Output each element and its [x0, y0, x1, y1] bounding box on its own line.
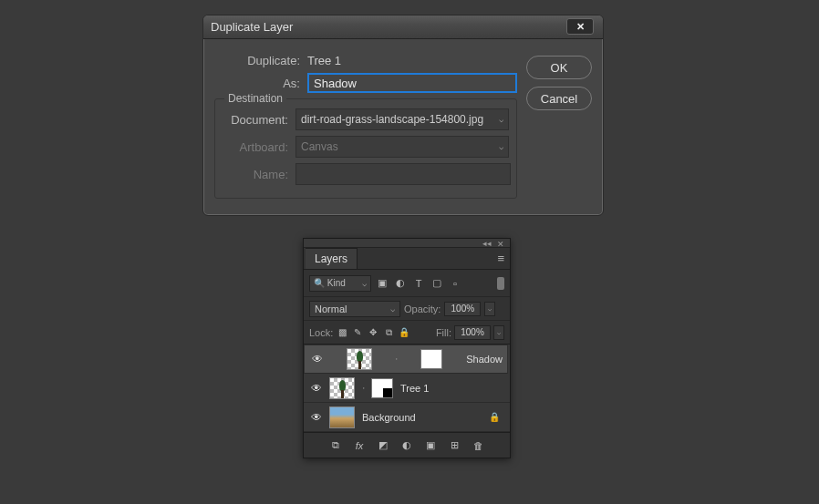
- mask-link-icon[interactable]: ⬞: [393, 355, 400, 364]
- layer-row[interactable]: 👁Background🔒: [304, 403, 510, 432]
- mask-link-icon[interactable]: ⬞: [359, 384, 367, 393]
- layer-thumbnail[interactable]: [329, 377, 355, 399]
- layer-thumbnail[interactable]: [347, 348, 372, 370]
- chevron-down-icon: ⌵: [499, 115, 503, 124]
- document-label: Document:: [221, 113, 288, 127]
- lock-transparency-icon[interactable]: ▩: [336, 326, 348, 339]
- ok-button[interactable]: OK: [526, 56, 592, 79]
- layer-name[interactable]: Background: [362, 412, 416, 423]
- filter-toggle[interactable]: [497, 277, 504, 290]
- chevron-down-icon: ⌵: [362, 279, 367, 288]
- document-select[interactable]: dirt-road-grass-landscape-154800.jpg ⌵: [295, 108, 509, 130]
- group-icon[interactable]: ▣: [423, 438, 438, 453]
- layer-thumbnail[interactable]: [329, 406, 355, 428]
- fill-label: Fill:: [436, 327, 451, 338]
- lock-image-icon[interactable]: ✎: [351, 326, 364, 339]
- fill-value[interactable]: 100%: [454, 325, 491, 340]
- mask-icon[interactable]: ◩: [376, 438, 390, 453]
- layer-row[interactable]: 👁⬞Shadow: [304, 345, 508, 374]
- chevron-down-icon: ⌵: [499, 142, 503, 151]
- link-layers-icon[interactable]: ⧉: [328, 438, 343, 453]
- new-layer-icon[interactable]: ⊞: [447, 438, 461, 453]
- filter-shape-icon[interactable]: ▢: [430, 276, 444, 291]
- filter-pixel-icon[interactable]: ▣: [375, 276, 389, 291]
- filter-adjustment-icon[interactable]: ◐: [393, 276, 408, 291]
- layers-list: 👁⬞Shadow👁⬞Tree 1👁Background🔒: [304, 345, 510, 432]
- chevron-down-icon: ⌵: [390, 304, 395, 314]
- filter-type-icon[interactable]: T: [411, 276, 426, 291]
- duplicate-layer-dialog: Duplicate Layer ✕ Duplicate: Tree 1 As: …: [202, 15, 604, 216]
- dialog-title: Duplicate Layer: [211, 20, 293, 34]
- visibility-icon[interactable]: 👁: [308, 411, 325, 424]
- filter-smart-icon[interactable]: ▫: [448, 276, 462, 291]
- opacity-dropdown[interactable]: ⌵: [484, 302, 495, 316]
- lock-artboard-icon[interactable]: ⧉: [382, 326, 395, 339]
- fx-icon[interactable]: fx: [352, 438, 367, 453]
- as-input[interactable]: [307, 73, 517, 93]
- close-button[interactable]: ✕: [566, 18, 594, 35]
- panel-menu-icon[interactable]: ≡: [497, 252, 504, 265]
- layers-panel: ◂◂ ✕ Layers ≡ 🔍 Kind ⌵ ▣ ◐ T ▢ ▫ Normal …: [303, 238, 511, 458]
- duplicate-label: Duplicate:: [214, 54, 300, 67]
- duplicate-value: Tree 1: [307, 54, 341, 67]
- destination-title: Destination: [224, 92, 286, 105]
- lock-label: Lock:: [309, 327, 333, 338]
- artboard-label: Artboard:: [221, 140, 288, 154]
- layer-name[interactable]: Tree 1: [400, 383, 429, 394]
- layers-tab[interactable]: Layers: [306, 248, 358, 269]
- filter-kind-select[interactable]: 🔍 Kind ⌵: [309, 275, 371, 292]
- name-label: Name:: [221, 168, 288, 181]
- layer-mask-thumbnail[interactable]: [371, 378, 393, 398]
- layer-mask-thumbnail[interactable]: [420, 349, 442, 369]
- panel-collapse-icon[interactable]: ◂◂: [482, 239, 492, 248]
- lock-all-icon[interactable]: 🔒: [398, 326, 410, 339]
- layer-name[interactable]: Shadow: [466, 354, 503, 365]
- visibility-icon[interactable]: 👁: [308, 382, 325, 395]
- as-label: As:: [214, 77, 300, 90]
- delete-icon[interactable]: 🗑: [471, 438, 485, 453]
- panel-grip[interactable]: ◂◂ ✕: [304, 239, 510, 248]
- lock-icon: 🔒: [489, 412, 505, 422]
- artboard-select: Canvas ⌵: [295, 136, 509, 158]
- destination-fieldset: Destination Document: dirt-road-grass-la…: [214, 98, 517, 199]
- visibility-icon[interactable]: 👁: [309, 353, 326, 365]
- blend-mode-select[interactable]: Normal ⌵: [309, 301, 400, 317]
- dialog-titlebar: Duplicate Layer ✕: [203, 15, 603, 39]
- adjustment-icon[interactable]: ◐: [399, 438, 414, 453]
- opacity-value[interactable]: 100%: [444, 302, 481, 316]
- cancel-button[interactable]: Cancel: [526, 87, 592, 110]
- fill-dropdown[interactable]: ⌵: [493, 325, 504, 340]
- layer-row[interactable]: 👁⬞Tree 1: [304, 374, 510, 403]
- opacity-label: Opacity:: [404, 303, 441, 314]
- lock-position-icon[interactable]: ✥: [367, 326, 379, 339]
- name-input: [295, 163, 511, 185]
